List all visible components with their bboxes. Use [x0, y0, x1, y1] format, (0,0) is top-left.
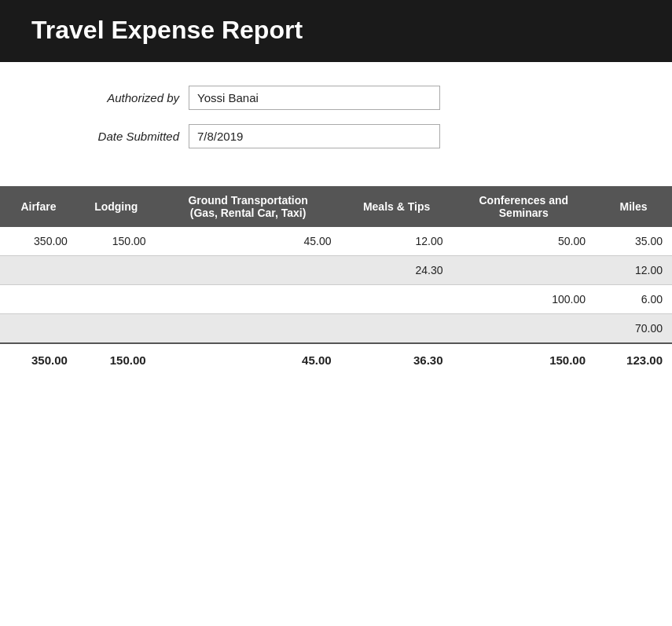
total-conferences: 150.00 [453, 343, 596, 376]
cell-ground [156, 285, 341, 314]
cell-ground [156, 256, 341, 285]
cell-conferences: 100.00 [453, 285, 596, 314]
totals-row: 350.00 150.00 45.00 36.30 150.00 123.00 [0, 343, 672, 376]
cell-meals: 12.00 [341, 227, 453, 256]
col-conferences: Conferences andSeminars [453, 186, 596, 227]
cell-airfare: 350.00 [0, 227, 77, 256]
cell-airfare [0, 285, 77, 314]
date-submitted-input[interactable] [189, 124, 440, 148]
page-header: Travel Expense Report [0, 0, 672, 62]
page-title: Travel Expense Report [31, 16, 641, 45]
cell-ground [156, 314, 341, 344]
authorized-by-row: Authorized by [31, 86, 641, 110]
cell-miles: 6.00 [595, 285, 672, 314]
cell-conferences [453, 314, 596, 344]
cell-miles: 12.00 [595, 256, 672, 285]
total-miles: 123.00 [595, 343, 672, 376]
cell-ground: 45.00 [156, 227, 341, 256]
expense-table: Airfare Lodging Ground Transportation(Ga… [0, 186, 672, 376]
authorized-by-label: Authorized by [31, 91, 189, 104]
col-airfare: Airfare [0, 186, 77, 227]
table-row: 70.00 [0, 314, 672, 344]
total-ground: 45.00 [156, 343, 341, 376]
cell-airfare [0, 256, 77, 285]
date-submitted-row: Date Submitted [31, 124, 641, 148]
cell-lodging [77, 314, 156, 344]
col-ground: Ground Transportation(Gas, Rental Car, T… [156, 186, 341, 227]
cell-lodging [77, 285, 156, 314]
table-row: 24.30 12.00 [0, 256, 672, 285]
date-submitted-label: Date Submitted [31, 130, 189, 143]
cell-meals [341, 314, 453, 344]
total-lodging: 150.00 [77, 343, 156, 376]
cell-airfare [0, 314, 77, 344]
expense-table-section: Airfare Lodging Ground Transportation(Ga… [0, 178, 672, 376]
authorized-by-input[interactable] [189, 86, 440, 110]
total-meals: 36.30 [341, 343, 453, 376]
col-lodging: Lodging [77, 186, 156, 227]
cell-conferences: 50.00 [453, 227, 596, 256]
col-meals: Meals & Tips [341, 186, 453, 227]
cell-miles: 70.00 [595, 314, 672, 344]
cell-lodging [77, 256, 156, 285]
col-miles: Miles [595, 186, 672, 227]
form-section: Authorized by Date Submitted [0, 62, 672, 178]
cell-meals [341, 285, 453, 314]
table-row: 350.00 150.00 45.00 12.00 50.00 35.00 [0, 227, 672, 256]
table-header-row: Airfare Lodging Ground Transportation(Ga… [0, 186, 672, 227]
cell-miles: 35.00 [595, 227, 672, 256]
total-airfare: 350.00 [0, 343, 77, 376]
table-row: 100.00 6.00 [0, 285, 672, 314]
cell-lodging: 150.00 [77, 227, 156, 256]
cell-meals: 24.30 [341, 256, 453, 285]
cell-conferences [453, 256, 596, 285]
